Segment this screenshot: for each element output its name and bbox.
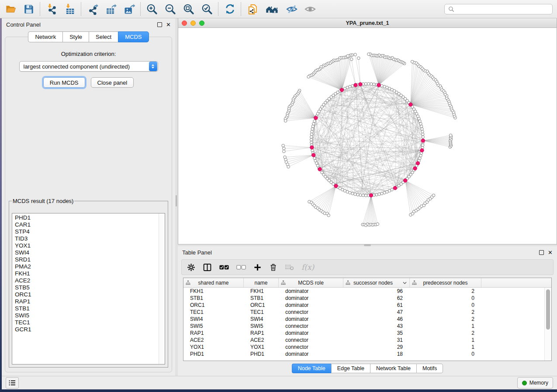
table-row[interactable]: RAP1RAP1dominator352 — [183, 330, 551, 337]
tab-select[interactable]: Select — [89, 31, 118, 42]
table-cell: SWI5 — [244, 323, 279, 329]
tab-style[interactable]: Style — [62, 31, 89, 42]
column-header-name[interactable]: name — [244, 278, 279, 287]
network-titlebar: YPA_prune.txt_1 — [178, 18, 557, 28]
mcds-result-item[interactable]: ORC1 — [15, 291, 162, 298]
table-cell: ACE2 — [183, 337, 244, 343]
mcds-result-item[interactable]: TID3 — [15, 235, 162, 242]
table-row[interactable]: SWI5SWI5connector431 — [183, 323, 551, 330]
refresh-view-button[interactable] — [224, 3, 236, 15]
table-panel-title: Table Panel — [182, 249, 539, 256]
mcds-result-item[interactable]: STB1 — [15, 305, 162, 312]
criterion-select[interactable]: largest connected component (undirected) — [19, 61, 158, 72]
column-header-label: name — [244, 280, 278, 286]
column-header-predecessor-nodes[interactable]: predecessor nodes — [410, 278, 481, 287]
export-table-button[interactable] — [105, 3, 117, 15]
table-cell: 2 — [410, 288, 481, 294]
duplicate-network-button[interactable] — [246, 3, 259, 15]
zoom-fit-icon — [183, 3, 195, 15]
search-input[interactable] — [457, 6, 549, 13]
table-row[interactable]: ACE2ACE2connector311 — [183, 337, 551, 344]
open-file-button[interactable] — [4, 3, 17, 15]
mcds-result-item[interactable]: SRD1 — [15, 256, 162, 263]
table-row[interactable]: YOX1YOX1connector291 — [183, 344, 551, 351]
deselect-all-button[interactable] — [236, 265, 246, 270]
zoom-fit-button[interactable] — [183, 3, 195, 15]
table-row[interactable]: PHD1PHD1dominator180 — [183, 351, 551, 358]
zoom-selected-button[interactable] — [201, 3, 213, 15]
mcds-result-item[interactable]: ACE2 — [15, 277, 162, 284]
close-panel-button[interactable]: Close panel — [91, 77, 134, 88]
column-header-label: shared name — [183, 280, 243, 286]
hide-selected-button[interactable] — [286, 3, 298, 15]
close-panel-icon[interactable]: ✕ — [166, 22, 171, 28]
zoom-in-button[interactable] — [146, 3, 158, 15]
eye-icon — [304, 3, 316, 15]
network-canvas[interactable] — [178, 28, 557, 244]
add-column-button[interactable] — [253, 263, 262, 272]
scrollbar-thumb[interactable] — [546, 289, 550, 330]
tab-node-table[interactable]: Node Table — [292, 364, 331, 373]
table-cell: 0 — [410, 302, 481, 308]
table-row[interactable]: ORC1ORC1dominator610 — [183, 302, 551, 309]
column-header-mcds-role[interactable]: MCDS role — [279, 278, 343, 287]
show-column-button[interactable] — [203, 263, 212, 272]
column-header-shared-name[interactable]: shared name — [183, 278, 244, 287]
run-mcds-button[interactable]: Run MCDS — [43, 77, 85, 88]
mcds-result-item[interactable]: RAP1 — [15, 298, 162, 305]
table-cell: 61 — [343, 302, 410, 308]
import-network-button[interactable] — [45, 3, 58, 15]
show-panels-button[interactable] — [6, 377, 19, 389]
mcds-result-item[interactable]: STP4 — [15, 228, 162, 235]
mcds-result-item[interactable]: SWI4 — [15, 249, 162, 256]
import-table-button[interactable] — [64, 3, 76, 15]
tab-network-table[interactable]: Network Table — [370, 364, 416, 373]
mcds-result-item[interactable]: YOX1 — [15, 242, 162, 249]
import-network-icon — [45, 3, 58, 15]
tab-edge-table[interactable]: Edge Table — [331, 364, 370, 373]
mcds-result-item[interactable]: PMA2 — [15, 263, 162, 270]
float-panel-icon[interactable] — [539, 250, 544, 255]
table-row[interactable]: TEC1TEC1connector472 — [183, 309, 551, 316]
table-cell: RAP1 — [183, 330, 244, 336]
vertical-splitter[interactable] — [175, 18, 178, 376]
table-row[interactable]: SWI4SWI4dominator462 — [183, 316, 551, 323]
table-scrollbar[interactable] — [544, 288, 551, 361]
zoom-out-button[interactable] — [164, 3, 176, 15]
mcds-result-item[interactable]: CAR1 — [15, 221, 162, 228]
close-panel-icon[interactable]: ✕ — [548, 250, 553, 255]
table-settings-button[interactable] — [187, 263, 195, 272]
save-floppy-icon — [23, 3, 35, 15]
first-neighbors-button[interactable] — [265, 3, 280, 15]
column-header-successor-nodes[interactable]: successor nodes — [343, 278, 410, 287]
mcds-result-item[interactable]: STB5 — [15, 284, 162, 291]
mcds-result-item[interactable]: SWI5 — [15, 312, 162, 319]
export-network-button[interactable] — [86, 3, 99, 15]
table-cell: TEC1 — [183, 309, 244, 315]
mcds-result-item[interactable]: GCR1 — [15, 326, 162, 333]
mcds-result-item[interactable]: FKH1 — [15, 270, 162, 277]
table-cell: TEC1 — [244, 309, 279, 315]
tab-mcds[interactable]: MCDS — [118, 31, 149, 42]
network-view[interactable] — [178, 28, 557, 244]
splitter-grip — [176, 195, 177, 206]
save-session-button[interactable] — [23, 3, 35, 15]
horizontal-splitter[interactable] — [178, 244, 557, 246]
select-all-button[interactable] — [219, 265, 229, 270]
mcds-result-scrollbar[interactable] — [159, 213, 165, 364]
table-row[interactable]: FKH1FKH1dominator962 — [183, 288, 551, 295]
table-row[interactable]: STB1STB1dominator620 — [183, 295, 551, 302]
float-panel-icon[interactable] — [157, 22, 162, 27]
table-cell: ACE2 — [244, 337, 279, 343]
tab-network[interactable]: Network — [28, 31, 62, 42]
mcds-result-item[interactable]: TEC1 — [15, 319, 162, 326]
mcds-result-item[interactable]: PHD1 — [15, 214, 162, 221]
export-table-icon — [105, 3, 117, 15]
tab-motifs[interactable]: Motifs — [416, 364, 443, 373]
show-all-button[interactable] — [304, 3, 316, 15]
function-icon: f(x) — [301, 263, 314, 272]
table-cell: 29 — [343, 344, 410, 350]
export-image-button[interactable] — [123, 3, 135, 15]
memory-button[interactable]: Memory — [517, 377, 553, 389]
delete-column-button[interactable] — [269, 263, 277, 272]
